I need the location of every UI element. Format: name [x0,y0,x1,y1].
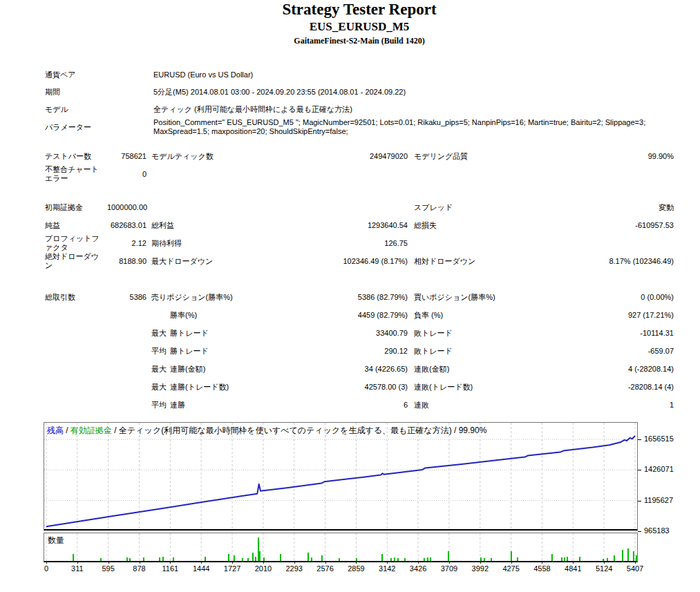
row-prefix: 最大 [151,329,170,338]
row-label: 通貨ペア [45,70,153,79]
row-value: 5386 (82.79%) [274,293,408,302]
row-value: 102346.49 (8.17%) [274,257,408,266]
report-titles: Strategy Tester Report EUS_EURUSD_M5 Gai… [41,1,677,46]
x-axis-tick [542,562,542,564]
x-axis-label: 2576 [316,564,333,573]
x-axis-label: 5124 [596,564,612,573]
x-axis-tick [140,562,140,564]
volume-chart-label: 数量 [48,535,64,546]
y-axis-tick [638,470,641,470]
x-axis-label: 2010 [255,564,272,573]
row-value: 290.12 [274,347,408,356]
row-prefix: 最大 [151,365,170,374]
row-value: 1293640.54 [274,221,408,230]
table-row: 期間5分足(M5) 2014.08.01 03:00 - 2024.09.20 … [45,84,700,101]
balance-chart-section: 残高 / 有効証拠金 / 全ティック(利用可能な最小時間枠を使いすべてのティック… [44,422,700,574]
table-row: 最大連勝(金額) 34 (4226.65) 連敗(金額) 4 (-28208.1… [45,360,700,378]
x-axis-label: 1444 [193,564,209,573]
row-value: 0 [107,170,146,179]
x-axis-label: 1727 [224,564,240,573]
x-axis-tick [449,562,450,564]
x-axis-label: 3426 [410,564,426,573]
row-label: モデルティック数 [151,152,274,161]
table-row: 平均連勝 6 連敗 1 [45,396,700,414]
symbol-title: EUS_EURUSD_M5 [41,20,677,34]
row-label: 敗トレード [414,347,537,356]
x-axis-label: 2859 [348,564,364,573]
row-value: 4459 (82.79%) [274,311,408,320]
row-label: 期待利得 [151,239,274,248]
row-label: 期間 [45,88,153,97]
row-prefix: 最大 [151,383,170,392]
balance-chart: 残高 / 有効証拠金 / 全ティック(利用可能な最小時間枠を使いすべてのティック… [44,422,638,531]
table-row: 不整合チャートエラー 0 [45,165,700,183]
row-value: 5386 [107,293,146,302]
table-row: モデル全ティック (利用可能な最小時間枠による最も正確な方法) [45,101,700,118]
row-value: 33400.79 [274,329,408,338]
x-axis-label: 5407 [627,564,643,573]
row-prefix: 平均 [151,401,170,410]
x-axis-label: 3142 [379,564,395,573]
x-axis-label: 2293 [285,564,302,573]
row-label: 連敗 [414,401,537,410]
x-axis-label: 595 [102,564,114,573]
volume-bars-plot [44,533,637,561]
row-value: 249479020 [274,152,408,161]
row-prefix: 平均 [151,347,170,356]
row-value: EURUSD (Euro vs US Dollar) [153,70,648,79]
expert-title: GaitameFinest-S2-Main (Build 1420) [41,36,677,46]
report-table: 通貨ペアEURUSD (Euro vs US Dollar) 期間5分足(M5)… [45,66,700,414]
x-axis-tick [387,562,388,564]
x-axis-label: 4841 [565,564,581,573]
x-axis-tick [77,562,78,564]
row-label: モデリング品質 [414,152,537,161]
row-value: 126.75 [274,239,408,248]
table-row: 最大勝トレード 33400.79 敗トレード -10114.31 [45,324,700,342]
row-label: 負率 (%) [414,311,537,320]
x-axis-label: 311 [71,564,84,573]
row-label: プロフィットファクタ [45,234,106,252]
table-row: テストバー数 758621 モデルティック数 249479020 モデリング品質… [45,147,700,165]
row-label: 絶対ドローダウン [45,252,106,270]
row-label: 相対ドローダウン [414,257,537,266]
row-label: テストバー数 [45,152,106,161]
legend-quality: 99.90% [459,426,487,435]
table-row: プロフィットファクタ 2.12 期待利得 126.75 [45,234,700,252]
row-label: 総利益 [151,221,274,230]
x-axis-tick [480,562,481,564]
row-value: -10114.31 [537,329,674,338]
x-axis-tick [232,562,233,564]
row-label: 買いポジション(勝率%) [414,293,537,302]
table-row: 平均勝トレード 290.12 敗トレード -659.07 [45,342,700,360]
row-value: 99.90% [537,152,674,161]
table-row: 最大連勝(トレード数) 42578.00 (3) 連敗(トレード数) -2820… [45,378,700,396]
row-value: 変動 [537,203,674,212]
legend-separator: / [112,426,119,435]
y-axis-label: 1426071 [644,465,674,473]
x-axis-label: 878 [133,564,145,573]
row-label: 最大ドローダウン [151,257,274,266]
volume-chart: 数量 [44,533,638,562]
row-label: 敗トレード [414,329,537,338]
row-label: 不整合チャートエラー [45,165,106,183]
row-label: 総取引数 [45,293,106,302]
y-axis-label: 1195627 [644,496,673,504]
y-axis-label: 1656515 [644,435,674,443]
table-row: パラメーターPosition_Comment=" EUS_EURUSD_M5 "… [45,118,700,136]
x-axis-label: 3992 [472,564,489,573]
row-label: パラメーター [45,123,153,132]
legend-equity: 有効証拠金 [70,426,112,435]
x-axis-tick [604,562,605,564]
table-row: 通貨ペアEURUSD (Euro vs US Dollar) [45,66,700,84]
row-label: 平均勝トレード [151,347,274,356]
page-title: Strategy Tester Report [41,1,677,19]
x-axis-tick [635,562,636,564]
x-axis-tick [108,562,109,564]
row-label: 最大連勝(金額) [151,365,274,374]
row-value: -28208.14 (4) [537,383,674,392]
chart-legend: 残高 / 有効証拠金 / 全ティック(利用可能な最小時間枠を使いすべてのティック… [47,425,486,437]
y-axis-tick [638,439,641,440]
row-label: 平均連勝 [151,401,274,410]
legend-separator: / [452,426,459,435]
row-value: 全ティック (利用可能な最小時間枠による最も正確な方法) [153,105,648,114]
